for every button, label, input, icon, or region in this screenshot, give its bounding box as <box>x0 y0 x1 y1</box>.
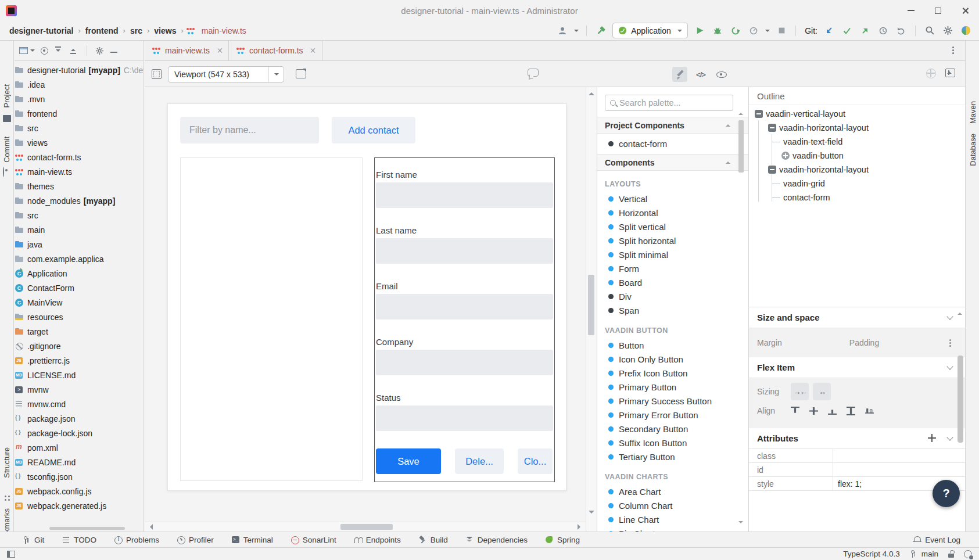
delete-button[interactable]: Dele... <box>455 448 504 474</box>
palette-item[interactable]: Primary Button <box>597 380 748 394</box>
palette-item[interactable]: Button <box>597 338 748 352</box>
ide-sphere-button[interactable] <box>959 24 972 37</box>
viewport-frame-icon[interactable] <box>152 69 162 79</box>
debug-button[interactable] <box>711 24 724 37</box>
tool-window-button[interactable]: Problems <box>114 536 159 544</box>
attribute-value[interactable]: flex: 1; <box>833 479 862 489</box>
grow-button[interactable]: ↔ <box>813 383 831 400</box>
palette-scroll-thumb[interactable] <box>738 120 744 173</box>
scroll-up-icon[interactable] <box>738 110 743 115</box>
collapse-up-icon[interactable] <box>726 122 730 127</box>
preview-mode-button[interactable] <box>714 67 729 82</box>
breadcrumb-item[interactable]: frontend <box>83 26 121 35</box>
form-field-group[interactable]: Last name <box>376 225 553 264</box>
hscroll-thumb[interactable] <box>340 524 393 530</box>
contacts-grid[interactable] <box>180 157 363 481</box>
field-input[interactable] <box>376 405 553 431</box>
scroll-down-icon[interactable] <box>738 521 743 526</box>
palette-item[interactable]: Pie Chart <box>597 526 748 532</box>
commit-stripe-button[interactable]: Commit <box>2 137 11 163</box>
field-input[interactable] <box>376 294 553 320</box>
breadcrumb-item[interactable]: designer-tutorial <box>7 26 76 35</box>
tree-row[interactable]: node_modules [myapp] <box>15 193 144 208</box>
event-log-button[interactable]: Event Log <box>913 536 960 544</box>
hide-panel-icon[interactable] <box>110 52 117 53</box>
tab-close-icon[interactable] <box>217 48 223 53</box>
tool-window-button[interactable]: Build <box>418 536 448 544</box>
outline-node-icon[interactable] <box>768 124 776 132</box>
project-components-header[interactable]: Project Components <box>597 117 748 134</box>
rollback-button[interactable] <box>895 24 908 37</box>
tree-row[interactable]: contact-form.ts <box>15 150 144 164</box>
palette-item[interactable]: Secondary Button <box>597 422 748 436</box>
tree-row[interactable]: com.example.applica <box>15 252 144 266</box>
tab-options-icon[interactable] <box>949 46 957 55</box>
editor-tab[interactable]: contact-form.ts <box>229 41 322 60</box>
tree-row[interactable]: .gitignore <box>15 339 144 353</box>
tree-row[interactable]: LICENSE.md <box>15 368 144 382</box>
tree-row[interactable]: webpack.config.js <box>15 484 144 498</box>
minimize-button[interactable] <box>897 0 924 21</box>
shrink-button[interactable]: →← <box>791 383 809 400</box>
git-update-button[interactable] <box>823 24 835 37</box>
tree-row[interactable]: main-view.ts <box>15 164 144 179</box>
locate-file-icon[interactable] <box>41 47 48 55</box>
more-options-icon[interactable] <box>949 339 951 341</box>
palette-search-input[interactable] <box>619 98 728 107</box>
palette-item[interactable]: Split horizontal <box>597 234 748 247</box>
attributes-section-header[interactable]: Attributes <box>749 428 965 449</box>
user-profile-button[interactable] <box>556 24 569 37</box>
add-contact-button[interactable]: Add contact <box>332 117 415 143</box>
outline-row[interactable]: vaadin-horizontal-layout <box>749 163 965 177</box>
tree-row[interactable]: views <box>15 135 144 150</box>
align-top-icon[interactable] <box>791 407 799 415</box>
tool-window-button[interactable]: Terminal <box>231 536 273 544</box>
breadcrumb-file[interactable]: main-view.ts <box>186 26 246 35</box>
build-hammer-button[interactable] <box>594 24 607 37</box>
tree-row[interactable]: tsconfig.json <box>15 469 144 484</box>
browser-preview-disabled-icon[interactable] <box>926 69 936 78</box>
tool-window-button[interactable]: Git <box>22 536 44 544</box>
palette-item[interactable]: Primary Error Button <box>597 408 748 422</box>
database-stripe-button[interactable]: Database <box>969 134 977 166</box>
palette-item[interactable]: Board <box>597 275 748 289</box>
palette-item[interactable]: Tertiary Button <box>597 450 748 464</box>
flex-item-section-header[interactable]: Flex Item <box>749 357 965 378</box>
scroll-down-icon[interactable] <box>589 511 594 516</box>
typescript-version[interactable]: TypeScript 4.0.3 <box>843 550 900 558</box>
field-input[interactable] <box>376 350 553 375</box>
size-space-section-header[interactable]: Size and space <box>749 307 965 328</box>
tool-window-button[interactable]: SonarLint <box>291 536 336 544</box>
form-field-group[interactable]: First name <box>376 170 553 208</box>
outline-row[interactable]: vaadin-horizontal-layout <box>749 121 965 135</box>
tree-row[interactable]: main <box>15 222 144 237</box>
lock-icon[interactable] <box>948 550 955 558</box>
search-everywhere-button[interactable] <box>923 24 936 37</box>
tree-row[interactable]: frontend <box>15 106 144 121</box>
palette-item[interactable]: Icon Only Button <box>597 352 748 366</box>
indexing-settings-icon[interactable] <box>964 550 972 558</box>
run-button[interactable] <box>693 24 706 37</box>
expand-all-icon[interactable] <box>54 46 63 55</box>
align-baseline-text-icon[interactable] <box>865 407 874 415</box>
tree-row[interactable]: java <box>15 237 144 252</box>
outline-node-icon[interactable] <box>772 184 780 184</box>
stop-button[interactable] <box>775 24 788 37</box>
palette-item[interactable]: Div <box>597 289 748 303</box>
outline-row[interactable]: vaadin-text-field <box>749 135 965 149</box>
contact-form-component[interactable]: First name Last name Email Company Statu… <box>374 157 555 482</box>
run-with-coverage-button[interactable] <box>729 24 742 37</box>
align-stretch-icon[interactable] <box>847 407 855 415</box>
tree-row[interactable]: webpack.generated.js <box>15 498 144 511</box>
canvas-vscrollbar[interactable] <box>586 87 597 532</box>
project-stripe-button[interactable]: Project <box>2 84 11 107</box>
form-field-group[interactable]: Status <box>376 393 553 431</box>
scroll-up-icon[interactable] <box>958 310 962 315</box>
settings-button[interactable] <box>941 24 954 37</box>
chevron-down-icon[interactable] <box>30 49 35 54</box>
palette-item[interactable]: Prefix Icon Button <box>597 366 748 380</box>
editor-tab[interactable]: main-view.ts <box>145 41 229 60</box>
tree-row[interactable]: Application <box>15 266 144 281</box>
close-button[interactable] <box>952 0 979 21</box>
comment-bubble-icon[interactable] <box>528 69 539 77</box>
